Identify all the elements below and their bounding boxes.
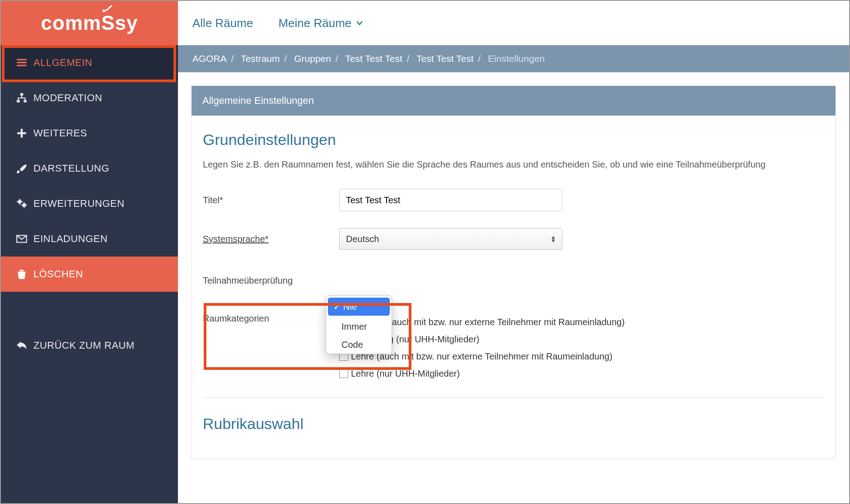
svg-point-10 — [22, 203, 26, 207]
breadcrumb-item[interactable]: AGORA — [192, 53, 227, 64]
nav-all-rooms[interactable]: Alle Räume — [192, 16, 253, 30]
sidebar-item-label: ZURÜCK ZUM RAUM — [33, 340, 135, 351]
sidebar-item-label: DARSTELLUNG — [33, 163, 109, 174]
breadcrumb-item[interactable]: Testraum — [241, 53, 280, 64]
panel-body: Grundeinstellungen Legen Sie z.B. den Ra… — [191, 116, 836, 459]
svg-rect-2 — [17, 62, 27, 63]
breadcrumb-current: Einstellungen — [488, 53, 545, 64]
svg-rect-5 — [17, 100, 20, 102]
panel-title: Allgemeine Einstellungen — [191, 86, 836, 116]
svg-point-0 — [103, 9, 105, 12]
logo-accent-icon — [101, 5, 115, 14]
sidebar-item-erweiterungen[interactable]: ERWEITERUNGEN — [1, 186, 178, 221]
category-option[interactable]: (auch mit bzw. nur externe Teilnehmer mi… — [389, 313, 625, 331]
select-arrows-icon: ▲▼ — [551, 235, 556, 243]
nav-link-label: Meine Räume — [278, 16, 351, 30]
sidebar-item-loeschen[interactable]: LÖSCHEN — [1, 257, 178, 292]
option-label: Immer — [341, 322, 367, 332]
dropdown-option-code[interactable]: Code — [326, 336, 392, 354]
sidebar-item-moderation[interactable]: MODERATION — [1, 80, 178, 116]
breadcrumb-item[interactable]: Gruppen — [294, 53, 331, 64]
reply-icon — [13, 340, 31, 351]
breadcrumb-item[interactable]: Test Test Test — [416, 53, 473, 64]
svg-rect-4 — [20, 93, 23, 95]
sidebar-item-label: WEITERES — [33, 127, 87, 139]
sidebar-item-allgemein[interactable]: ALLGEMEIN — [1, 45, 178, 80]
sitemap-icon — [13, 92, 31, 104]
dropdown-option-immer[interactable]: Immer — [326, 317, 392, 336]
sidebar-item-label: ALLGEMEIN — [33, 57, 92, 69]
breadcrumb-item[interactable]: Test Test Test — [345, 53, 402, 64]
sidebar-item-weiteres[interactable]: WEITERES — [1, 116, 178, 151]
sidebar-item-label: LÖSCHEN — [33, 268, 83, 280]
brand-text: commSsy — [41, 12, 138, 34]
category-option[interactable]: Lehre (nur UHH-Mitglieder) — [339, 365, 625, 382]
top-nav: Alle Räume Meine Räume — [178, 1, 849, 45]
check-icon: ✓ — [333, 301, 343, 312]
sidebar-item-label: ERWEITERUNGEN — [33, 198, 125, 210]
brush-icon — [13, 163, 31, 174]
svg-rect-3 — [17, 65, 27, 66]
mail-icon — [13, 233, 31, 245]
sidebar-item-darstellung[interactable]: DARSTELLUNG — [1, 151, 178, 186]
category-label: Lehre (nur UHH-Mitglieder) — [351, 369, 460, 379]
svg-rect-1 — [17, 59, 27, 60]
dropdown-option-nie[interactable]: ✓Nie — [328, 298, 390, 316]
cogs-icon — [13, 198, 31, 210]
sidebar-item-label: EINLADUNGEN — [33, 233, 107, 245]
sidebar: commSsy ALLGEMEIN MODERATION WEITERES DA… — [1, 1, 178, 503]
sidebar-item-back[interactable]: ZURÜCK ZUM RAUM — [1, 328, 178, 363]
section-description: Legen Sie z.B. den Raumnamen fest, wähle… — [203, 159, 824, 170]
option-label: Nie — [343, 302, 357, 312]
section-heading-rubrik: Rubrikauswahl — [203, 415, 824, 433]
chevron-down-icon — [355, 19, 364, 28]
divider — [203, 397, 824, 398]
svg-rect-8 — [17, 132, 26, 134]
list-icon — [13, 57, 31, 69]
brand-logo: commSsy — [1, 1, 178, 45]
nav-link-label: Alle Räume — [192, 16, 253, 30]
sidebar-item-einladungen[interactable]: EINLADUNGEN — [1, 221, 178, 257]
main-content: Alle Räume Meine Räume AGORA/ Testraum/ … — [178, 1, 849, 503]
title-input[interactable] — [339, 189, 562, 211]
categories-label: Raumkategorien — [203, 313, 339, 324]
language-select[interactable]: Deutsch ▲▼ — [339, 228, 562, 250]
svg-rect-6 — [23, 100, 27, 102]
checkbox-icon — [339, 369, 348, 378]
trash-icon — [13, 268, 31, 280]
title-label: Titel* — [203, 195, 339, 205]
option-label: Code — [341, 340, 363, 350]
breadcrumb: AGORA/ Testraum/ Gruppen/ Test Test Test… — [178, 45, 849, 72]
svg-point-9 — [18, 200, 22, 204]
section-heading-basic: Grundeinstellungen — [203, 131, 824, 149]
nav-my-rooms[interactable]: Meine Räume — [278, 16, 364, 30]
sidebar-item-label: MODERATION — [33, 92, 102, 104]
language-label: Systemsprache* — [203, 234, 339, 244]
select-value: Deutsch — [346, 234, 379, 244]
form-row-categories: Raumkategorien (auch mit bzw. nur extern… — [203, 313, 824, 382]
participation-dropdown: ✓Nie Immer Code — [326, 295, 392, 354]
form-row-title: Titel* — [203, 185, 824, 215]
category-label: (auch mit bzw. nur externe Teilnehmer mi… — [389, 317, 625, 327]
form-row-language: Systemsprache* Deutsch ▲▼ — [203, 224, 824, 254]
participation-label: Teilnahmeüberprüfung — [203, 275, 339, 286]
plus-icon — [13, 127, 31, 139]
form-row-participation: Teilnahmeüberprüfung — [203, 266, 824, 295]
